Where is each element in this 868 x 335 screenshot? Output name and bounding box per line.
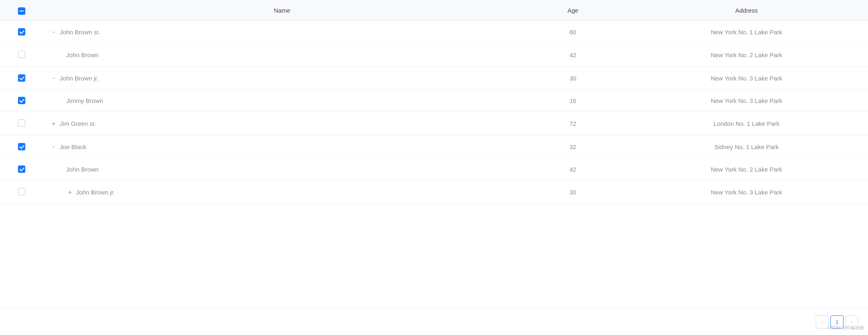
row-age-cell: 30 xyxy=(521,67,625,89)
header-age: Age xyxy=(521,0,625,21)
table-row: -John Brown sr.60New York No. 1 Lake Par… xyxy=(0,21,868,43)
row-name-text: Jimmy Brown xyxy=(66,97,103,104)
row-checkbox[interactable] xyxy=(18,97,25,104)
expand-button[interactable]: - xyxy=(50,74,57,82)
row-age-cell: 30 xyxy=(521,181,625,204)
row-checkbox-wrapper[interactable] xyxy=(18,97,25,104)
row-checkbox-wrapper[interactable] xyxy=(18,143,25,150)
table-row: -John Brown jr.30New York No. 3 Lake Par… xyxy=(0,67,868,89)
row-name-cell: -Joe Black xyxy=(43,136,521,158)
pagination-prev-button[interactable]: ‹ xyxy=(816,315,829,328)
row-name-cell: John Brown xyxy=(43,158,521,181)
row-checkbox-cell xyxy=(0,181,43,204)
row-address-cell: London No. 1 Lake Park xyxy=(625,112,868,136)
row-checkbox-cell xyxy=(0,112,43,136)
row-name-cell: John Brown xyxy=(43,43,521,67)
row-checkbox-wrapper[interactable] xyxy=(18,188,25,195)
row-age-cell: 60 xyxy=(521,21,625,43)
row-checkbox[interactable] xyxy=(18,28,25,36)
header-address-label: Address xyxy=(735,7,758,14)
row-age-cell: 72 xyxy=(521,112,625,136)
row-address-cell: New York No. 1 Lake Park xyxy=(625,21,868,43)
row-checkbox-wrapper[interactable] xyxy=(18,51,25,58)
watermark-text: CSDN @柠檬加糖 xyxy=(828,325,864,330)
table-body: -John Brown sr.60New York No. 1 Lake Par… xyxy=(0,21,868,204)
header-checkbox-wrapper[interactable] xyxy=(18,7,25,15)
row-checkbox[interactable] xyxy=(18,165,25,173)
table-header-row: Name Age Address xyxy=(0,0,868,21)
row-address-cell: New York No. 3 Lake Park xyxy=(625,181,868,204)
row-age-cell: 16 xyxy=(521,89,625,112)
table-row: -Joe Black32Sidney No. 1 Lake Park xyxy=(0,136,868,158)
table-row: +Jim Green sr.72London No. 1 Lake Park xyxy=(0,112,868,136)
row-name-text: John Brown sr. xyxy=(60,29,100,36)
row-age-cell: 42 xyxy=(521,43,625,67)
row-name-cell: +Jim Green sr. xyxy=(43,112,521,136)
row-checkbox[interactable] xyxy=(18,188,25,195)
row-name-text: John Brown jr. xyxy=(76,189,115,196)
pagination-bar: ‹ 1 › xyxy=(0,308,868,335)
watermark: CSDN @柠檬加糖 xyxy=(828,325,864,331)
expand-button[interactable]: + xyxy=(50,120,57,127)
row-name-cell: -John Brown sr. xyxy=(43,21,521,43)
prev-arrow-label: ‹ xyxy=(821,319,823,325)
row-checkbox-wrapper[interactable] xyxy=(18,28,25,36)
table-wrapper: Name Age Address -John Brown sr.60New Yo… xyxy=(0,0,868,308)
expand-button[interactable]: - xyxy=(50,143,57,150)
main-table: Name Age Address -John Brown sr.60New Yo… xyxy=(0,0,868,204)
expand-button[interactable]: + xyxy=(66,189,73,196)
next-arrow-label: › xyxy=(851,319,852,325)
row-name-cell: +John Brown jr. xyxy=(43,181,521,204)
table-row: +John Brown jr.30New York No. 3 Lake Par… xyxy=(0,181,868,204)
row-address-cell: Sidney No. 1 Lake Park xyxy=(625,136,868,158)
table-row: John Brown42New York No. 2 Lake Park xyxy=(0,158,868,181)
row-checkbox-cell xyxy=(0,158,43,181)
row-name-text: John Brown xyxy=(66,166,98,173)
row-checkbox[interactable] xyxy=(18,74,25,82)
row-checkbox-cell xyxy=(0,136,43,158)
row-name-text: Joe Black xyxy=(60,143,86,150)
header-name: Name xyxy=(43,0,521,21)
row-checkbox-cell xyxy=(0,89,43,112)
row-name-cell: -John Brown jr. xyxy=(43,67,521,89)
header-name-label: Name xyxy=(274,7,290,14)
header-checkbox-cell xyxy=(0,0,43,21)
table-row: Jimmy Brown16New York No. 3 Lake Park xyxy=(0,89,868,112)
header-age-label: Age xyxy=(567,7,578,14)
row-checkbox-wrapper[interactable] xyxy=(18,119,25,127)
row-checkbox[interactable] xyxy=(18,51,25,58)
row-address-cell: New York No. 3 Lake Park xyxy=(625,89,868,112)
row-checkbox-cell xyxy=(0,67,43,89)
row-checkbox[interactable] xyxy=(18,143,25,150)
row-age-cell: 32 xyxy=(521,136,625,158)
row-name-text: John Brown jr. xyxy=(60,75,98,82)
row-checkbox-cell xyxy=(0,43,43,67)
row-name-text: John Brown xyxy=(66,51,98,58)
row-address-cell: New York No. 3 Lake Park xyxy=(625,67,868,89)
row-address-cell: New York No. 2 Lake Park xyxy=(625,158,868,181)
row-checkbox-wrapper[interactable] xyxy=(18,165,25,173)
row-address-cell: New York No. 2 Lake Park xyxy=(625,43,868,67)
page-1-label: 1 xyxy=(835,319,838,325)
row-age-cell: 42 xyxy=(521,158,625,181)
header-checkbox[interactable] xyxy=(18,7,25,15)
expand-button[interactable]: - xyxy=(50,28,57,36)
row-name-cell: Jimmy Brown xyxy=(43,89,521,112)
row-name-text: Jim Green sr. xyxy=(60,120,96,127)
row-checkbox-wrapper[interactable] xyxy=(18,74,25,82)
table-row: John Brown42New York No. 2 Lake Park xyxy=(0,43,868,67)
header-address: Address xyxy=(625,0,868,21)
row-checkbox-cell xyxy=(0,21,43,43)
row-checkbox[interactable] xyxy=(18,119,25,127)
